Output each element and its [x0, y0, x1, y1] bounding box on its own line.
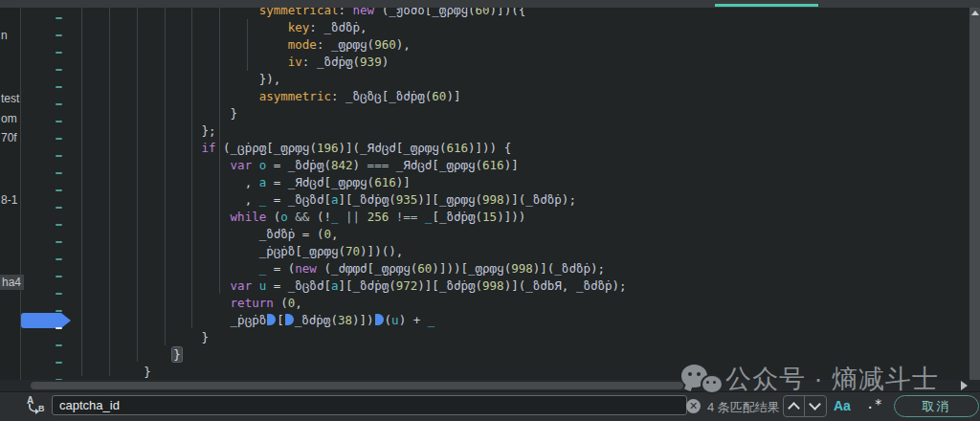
code-token: _ცṗρფ: [231, 141, 267, 155]
sidebar-file-item[interactable]: 8-1: [1, 193, 17, 207]
code-line[interactable]: key: _ზძზṗ,: [72, 19, 627, 36]
code-token: )]))[: [432, 261, 468, 276]
cancel-button[interactable]: 取消: [894, 395, 979, 417]
sidebar-file-item[interactable]: n: [1, 29, 8, 42]
gutter-line-marker[interactable]: [56, 362, 62, 364]
gutter-line-marker[interactable]: [56, 121, 62, 122]
previous-match-button[interactable]: [784, 396, 804, 416]
gutter-line-marker[interactable]: [56, 189, 62, 191]
code-token: (: [476, 158, 483, 172]
code-token: (: [468, 8, 476, 17]
code-line[interactable]: };: [72, 122, 627, 140]
code-token: ,: [245, 192, 259, 207]
clear-search-icon[interactable]: ✕: [686, 399, 701, 413]
code-token: };: [201, 123, 215, 138]
code-token: 60: [432, 89, 446, 103]
gutter-line-marker[interactable]: [56, 86, 62, 88]
sidebar-file-item[interactable]: 70f: [1, 131, 17, 144]
next-match-button[interactable]: [804, 396, 825, 416]
gutter-line-marker[interactable]: [56, 103, 62, 105]
code-token: 939: [360, 55, 382, 69]
code-token: _ზძbЯ: [525, 278, 562, 293]
gutter-line-marker[interactable]: [56, 327, 62, 329]
code-line[interactable]: }: [72, 364, 627, 380]
code-line[interactable]: asymmetric: _ზცზც[_ზძṗფ(60)]: [72, 88, 627, 105]
code-token: (: [385, 313, 392, 327]
code-line[interactable]: while (o && (!_ || 256 !== _[_ზძṗფ(15)])…: [72, 209, 627, 226]
search-match-marker-icon: [285, 314, 294, 325]
code-token: [72, 347, 172, 362]
code-line[interactable]: var u = _ზცზძ[a][_ზძṗფ(972)][_ზძṗფ(998)]…: [72, 277, 627, 295]
code-line[interactable]: , a = _Яძცძ[_ფρჶყ(616)]: [72, 174, 627, 191]
code-line[interactable]: }: [72, 105, 627, 122]
regex-toggle[interactable]: .*: [866, 396, 882, 411]
code-token: mode: [288, 37, 317, 52]
code-token: _ზძṗფ: [295, 313, 331, 327]
vertical-scrollbar[interactable]: [969, 8, 980, 380]
code-token: [72, 365, 144, 379]
gutter-line-marker[interactable]: [56, 69, 62, 71]
gutter-line-marker[interactable]: [56, 241, 62, 243]
code-line[interactable]: _ṗცṗზ[_ფρჶყ(70)])(),: [72, 243, 627, 260]
code-token: [72, 20, 288, 34]
gutter-line-marker[interactable]: [56, 17, 62, 19]
code-lines[interactable]: symmetrical: new (_ჟზძზ[_ფρჶყ(60)])({ ke…: [72, 8, 627, 380]
code-token: _ზძზṗ: [525, 192, 562, 207]
horizontal-scrollbar[interactable]: [0, 380, 980, 391]
code-token: (: [353, 55, 361, 69]
code-token: 256: [368, 210, 390, 224]
code-token: [72, 141, 201, 155]
match-case-toggle[interactable]: Aa: [834, 398, 851, 413]
code-token: [389, 158, 396, 172]
gutter-line-marker[interactable]: [56, 155, 62, 157]
gutter-line-marker[interactable]: [56, 224, 62, 226]
code-line[interactable]: iv: _ზძṗფ(939): [72, 54, 627, 71]
horizontal-scrollbar-thumb[interactable]: [31, 382, 683, 389]
code-line[interactable]: _ზძზṗ = (0,: [72, 226, 627, 243]
gutter-line-marker[interactable]: [56, 52, 62, 54]
code-token: 196: [317, 141, 339, 155]
code-token: [72, 55, 288, 69]
code-line[interactable]: if (_ცṗρფ[_ფρჶყ(196)](_Яძცძ[_ფρჶყ(616)])…: [72, 140, 627, 157]
code-token: ===: [368, 158, 390, 172]
gutter-line-marker[interactable]: [56, 138, 62, 140]
code-token: _ზძზṗ: [554, 261, 590, 276]
code-line[interactable]: var o = _ზძṗფ(842) === _Яძცძ[_ფρჶყ(616)]: [72, 157, 627, 174]
code-line[interactable]: , _ = _ზცზძ[a][_ზძṗფ(935)][_ფρჶყ(998)](_…: [72, 191, 627, 209]
code-token: )](: [504, 278, 526, 293]
gutter-line-marker[interactable]: [56, 172, 62, 174]
code-line[interactable]: symmetrical: new (_ჟზძზ[_ფρჶყ(60)])({: [72, 8, 627, 19]
sidebar-file-item[interactable]: om: [1, 112, 17, 125]
gutter-line-marker[interactable]: [56, 34, 62, 36]
code-token: [72, 8, 259, 17]
gutter-line-marker[interactable]: [56, 207, 62, 209]
scroll-right-arrow-icon[interactable]: [961, 381, 968, 390]
gutter-line-marker[interactable]: [56, 276, 62, 277]
code-editor[interactable]: symmetrical: new (_ჟზძზ[_ფρჶყ(60)])({ ke…: [21, 8, 969, 380]
file-sidebar[interactable]: ntestom70f8-1ha4: [0, 8, 21, 391]
code-token: (: [274, 296, 288, 310]
code-token: );: [562, 192, 576, 207]
code-line[interactable]: }: [72, 346, 627, 364]
search-input[interactable]: [52, 395, 687, 415]
code-line[interactable]: _ṗცṗზ[_ზძṗფ(38)])(u) + _: [72, 312, 627, 329]
gutter-line-marker[interactable]: [56, 344, 62, 346]
code-token: ||: [345, 210, 360, 224]
code-line[interactable]: return (0,: [72, 295, 627, 312]
code-token: _: [428, 313, 435, 327]
gutter-line-marker[interactable]: [56, 258, 62, 260]
code-token: ,: [245, 175, 259, 189]
code-token: [72, 89, 259, 103]
code-token: (: [476, 210, 483, 224]
gutter-line-marker[interactable]: [56, 310, 62, 312]
gutter-line-marker[interactable]: [56, 293, 62, 295]
code-token: _ზძṗფ: [439, 278, 476, 293]
sidebar-file-item[interactable]: test: [1, 92, 19, 105]
top-tab-bar[interactable]: [0, 0, 980, 8]
code-line[interactable]: _ = (new (_ძჶჶძ[_ფρჶყ(60)]))[_ფρჶყ(998)]…: [72, 260, 627, 277]
code-token: ][: [339, 192, 353, 207]
code-token: (!: [309, 210, 331, 224]
code-line[interactable]: }),: [72, 71, 627, 88]
code-line[interactable]: mode: _ფρჶყ(960),: [72, 36, 627, 54]
code-line[interactable]: }: [72, 329, 627, 346]
